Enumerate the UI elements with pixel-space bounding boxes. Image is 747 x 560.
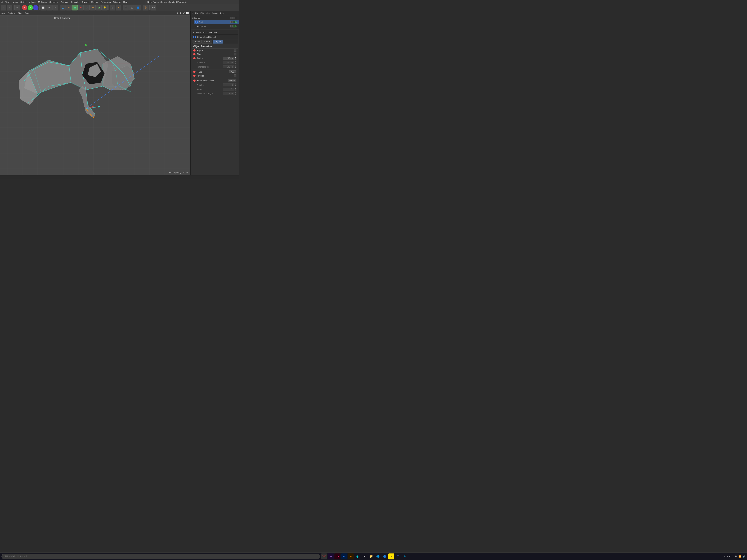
- move-btn[interactable]: ⬡: [60, 5, 66, 10]
- menu-tools[interactable]: Tools: [5, 1, 10, 3]
- angle-spinner[interactable]: ▲ ▼: [235, 87, 236, 91]
- mospline-check1[interactable]: [230, 25, 233, 27]
- viewport-icon-reset[interactable]: ↺: [183, 12, 185, 15]
- maxlength-spinner[interactable]: ▲ ▼: [235, 92, 236, 95]
- tree-item-circle[interactable]: Circle ✓: [194, 20, 239, 24]
- plane-dropdown[interactable]: XZ: [229, 70, 236, 73]
- menu-animate[interactable]: Animate: [61, 1, 69, 3]
- ellipse-checkbox[interactable]: [234, 49, 236, 52]
- redo-btn[interactable]: ↻: [7, 5, 12, 10]
- viewport-icon-navigate[interactable]: ✦: [177, 12, 178, 15]
- camera-btn[interactable]: ⊞: [96, 5, 102, 10]
- radius-radio[interactable]: [193, 57, 196, 59]
- settings2-btn[interactable]: ✦: [78, 5, 84, 10]
- menu-spline[interactable]: Spline: [20, 1, 26, 3]
- innerradius-spinner[interactable]: ▲ ▼: [235, 65, 236, 68]
- menu-mesh[interactable]: Mesh: [13, 1, 18, 3]
- ring-radio[interactable]: [193, 53, 196, 55]
- deform-btn[interactable]: ⧉: [90, 5, 96, 10]
- tab-coord[interactable]: Coord.: [202, 40, 212, 44]
- timeline-tracks[interactable]: [0, 176, 239, 179]
- menu-tracker[interactable]: Tracker: [82, 1, 89, 3]
- plane-radio[interactable]: [193, 71, 196, 73]
- y-axis-btn[interactable]: Y: [28, 5, 33, 10]
- circle-check1[interactable]: [230, 21, 233, 23]
- shape-btn[interactable]: ⬜: [41, 5, 46, 10]
- submenu-play[interactable]: play: [1, 12, 5, 15]
- radiusy-spinner[interactable]: ▲ ▼: [235, 61, 236, 64]
- ellipse-radio[interactable]: [193, 49, 196, 52]
- angle-value[interactable]: 5°: [223, 88, 234, 91]
- cube-btn[interactable]: ⬡: [84, 5, 89, 10]
- radiusy-up[interactable]: ▲: [235, 61, 236, 62]
- sweep-more[interactable]: ⋮: [236, 17, 237, 19]
- radius-spinner[interactable]: ▲ ▼: [235, 57, 236, 60]
- number-down[interactable]: ▼: [235, 85, 236, 86]
- radiusy-down[interactable]: ▼: [235, 62, 236, 64]
- right-menu-object[interactable]: Object: [212, 12, 218, 15]
- circle-check2[interactable]: [233, 21, 235, 23]
- radius-up[interactable]: ▲: [235, 57, 236, 58]
- right-menu-file[interactable]: File: [195, 12, 199, 15]
- menu-window[interactable]: Window: [113, 1, 121, 3]
- angle-up[interactable]: ▲: [235, 87, 236, 89]
- play-btn[interactable]: ▶: [47, 5, 52, 10]
- viewport-icon-camera2[interactable]: ⬇: [180, 12, 182, 15]
- viewport-icon-expand[interactable]: ⬜: [186, 12, 189, 15]
- tree-item-sweep[interactable]: ≡ Sweep ⋮: [191, 16, 239, 20]
- menu-character[interactable]: Character: [49, 1, 58, 3]
- intermediate-radio[interactable]: [193, 80, 196, 82]
- mode-menu-mode[interactable]: Mode: [196, 31, 201, 34]
- tab-basic[interactable]: Basic: [192, 40, 202, 44]
- undo-btn[interactable]: ↺: [1, 5, 6, 10]
- submenu-panel[interactable]: Panel: [25, 12, 30, 15]
- ring-checkbox[interactable]: [234, 53, 236, 55]
- radius-down[interactable]: ▼: [235, 58, 236, 60]
- submenu-filter[interactable]: Filter: [18, 12, 22, 15]
- submenu-options[interactable]: Options: [8, 12, 15, 15]
- mospline-check2[interactable]: [233, 25, 235, 27]
- menu-ct[interactable]: ct: [1, 1, 3, 3]
- viewport-mode2[interactable]: ⊕: [129, 5, 135, 10]
- innerradius-up[interactable]: ▲: [235, 65, 236, 66]
- innerradius-value[interactable]: 100 cm: [223, 65, 234, 68]
- select-btn[interactable]: ▣: [72, 5, 78, 10]
- menu-help[interactable]: Help: [123, 1, 128, 3]
- innerradius-down[interactable]: ▼: [235, 67, 236, 68]
- light-btn[interactable]: 💡: [102, 5, 108, 10]
- radius-value[interactable]: 200 cm: [223, 57, 234, 60]
- pencil-btn[interactable]: ✎: [66, 5, 72, 10]
- number-up[interactable]: ▲: [235, 83, 236, 85]
- menu-mograph[interactable]: MoGraph: [38, 1, 47, 3]
- reverse-radio[interactable]: [193, 75, 196, 77]
- right-menu-tags[interactable]: Tags: [220, 12, 224, 15]
- sweep-check2[interactable]: [233, 17, 235, 19]
- right-menu-view[interactable]: View: [206, 12, 210, 15]
- psrmode-btn[interactable]: PSR: [151, 5, 156, 10]
- angle-down[interactable]: ▼: [235, 89, 236, 91]
- maxlength-up[interactable]: ▲: [235, 92, 236, 93]
- maxlength-value[interactable]: 5 cm: [223, 92, 234, 95]
- reverse-checkbox[interactable]: [234, 75, 236, 77]
- node-space-value[interactable]: Current (Standard/Physical): [160, 1, 188, 3]
- menu-render[interactable]: Render: [91, 1, 98, 3]
- mode-menu-edit[interactable]: Edit: [203, 31, 206, 34]
- settings-btn[interactable]: ⚙: [52, 5, 58, 10]
- timeline-btn[interactable]: ⊟: [110, 5, 115, 10]
- mode-menu-userdata[interactable]: User Data: [208, 31, 217, 34]
- tree-item-mospline[interactable]: ~ MoSpline ✓: [194, 24, 239, 28]
- viewport-mode3[interactable]: 🔵: [135, 5, 141, 10]
- sweep-check1[interactable]: [230, 17, 232, 19]
- right-menu-edit[interactable]: Edit: [200, 12, 204, 15]
- canvas-area[interactable]: Default Camera Grid Spacing : 50 cm: [0, 15, 190, 175]
- z-axis-btn[interactable]: Z: [33, 5, 38, 10]
- maxlength-down[interactable]: ▼: [235, 94, 236, 95]
- tab-object[interactable]: Object: [213, 40, 223, 44]
- menu-volume[interactable]: Volume: [29, 1, 36, 3]
- x-axis-btn[interactable]: X: [22, 5, 27, 10]
- menu-simulate[interactable]: Simulate: [71, 1, 79, 3]
- number-value[interactable]: 8: [223, 83, 234, 86]
- curve-btn[interactable]: ⌇: [115, 5, 121, 10]
- rotate-btn[interactable]: ↻: [143, 5, 149, 10]
- radiusy-value[interactable]: 200 cm: [223, 61, 234, 64]
